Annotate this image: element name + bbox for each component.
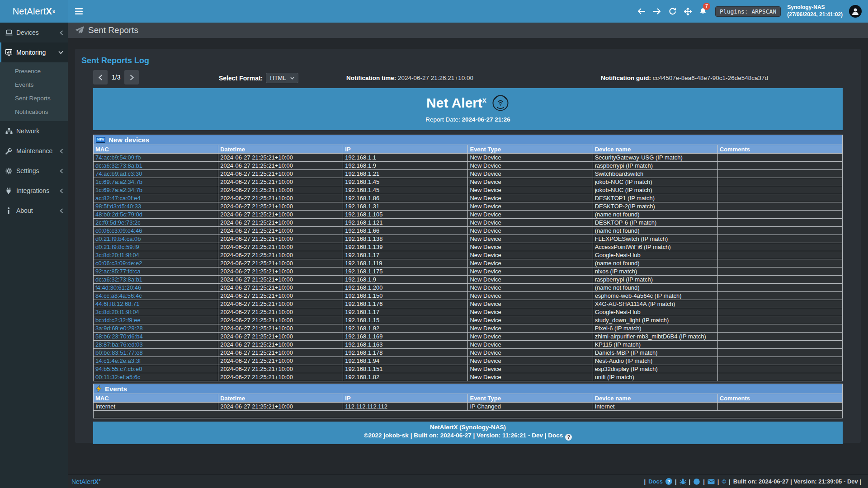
github-icon[interactable] xyxy=(693,478,700,485)
mac-link[interactable]: 28:87:ba:76:ed:03 xyxy=(95,341,143,348)
sidebar-item-about[interactable]: About xyxy=(0,201,68,221)
mac-link[interactable]: 1c:69:7a:a2:34:7b xyxy=(95,178,142,185)
content-area: Sent Reports Log 1/3 Select Format: HTML xyxy=(68,38,868,443)
sidebar-item-monitoring[interactable]: Monitoring xyxy=(0,42,68,62)
sidebar-item-network[interactable]: Network xyxy=(0,121,68,141)
sidebar-item-integrations[interactable]: Integrations xyxy=(0,181,68,201)
cell-comments xyxy=(717,219,842,227)
mac-link[interactable]: d0:21:f9:8c:59:f9 xyxy=(95,244,139,250)
mac-link[interactable]: ac:82:47:ca:0f:e4 xyxy=(95,195,141,202)
empty-row xyxy=(94,411,843,418)
separator: | xyxy=(717,478,719,485)
sidebar-item-notifications[interactable]: Notifications xyxy=(0,105,68,119)
mac-link[interactable]: 74:ac:b9:ad:c3:30 xyxy=(95,170,142,177)
mac-link[interactable]: 3c:8d:20:f1:9f:04 xyxy=(95,309,139,315)
app-logo[interactable]: NetAlertXx xyxy=(0,0,68,23)
column-header: Datetime xyxy=(218,394,343,403)
mac-link[interactable]: 3a:9d:69:e0:29:28 xyxy=(95,325,143,332)
sidebar-item-events[interactable]: Events xyxy=(0,78,68,92)
move-icon[interactable] xyxy=(680,0,695,23)
mac-link[interactable]: 2c:f0:5d:9e:73:2c xyxy=(95,219,141,226)
sidebar-item-sent-reports[interactable]: Sent Reports xyxy=(0,92,68,105)
mac-link[interactable]: bc:dd:c2:32:f9:ee xyxy=(95,317,141,324)
refresh-icon[interactable] xyxy=(665,0,680,23)
help-circle-icon[interactable]: ? xyxy=(665,478,672,485)
cell-comments xyxy=(717,300,842,308)
column-header: MAC xyxy=(94,145,218,154)
cell-device-name: raspberrypi (IP match) xyxy=(593,276,717,284)
user-avatar[interactable] xyxy=(849,5,862,18)
wrench-icon xyxy=(5,148,16,155)
mac-link[interactable]: b0:be:83:51:77:e8 xyxy=(95,349,143,356)
mac-link[interactable]: d0:21:f9:b4:ca:0b xyxy=(95,235,141,242)
cell-ip: 192.168.1.163 xyxy=(343,341,468,349)
mac-link[interactable]: 74:ac:b9:54:09:fb xyxy=(95,154,141,161)
mac-link[interactable]: c0:06:c3:09:e4:46 xyxy=(95,227,142,234)
sidebar-toggle-icon[interactable] xyxy=(68,0,90,23)
new-badge-icon: NEW xyxy=(96,137,105,143)
sidebar-item-maintenance[interactable]: Maintenance xyxy=(0,141,68,161)
copyright-icon[interactable]: © xyxy=(722,478,726,485)
footer-brand-link[interactable]: NetAlertXx xyxy=(71,478,101,485)
cell-mac: c0:06:c3:09:de:e2 xyxy=(94,259,218,267)
mac-link[interactable]: f4:4d:30:61:20:46 xyxy=(95,284,141,291)
cell-mac: 44:6f:f8:12:68:71 xyxy=(94,300,218,308)
cell-comments xyxy=(717,403,842,411)
mac-link[interactable]: 48:b0:2d:5c:79:0d xyxy=(95,211,142,218)
bug-report-icon[interactable] xyxy=(679,478,686,485)
section-title: Events xyxy=(105,385,127,393)
notifications-bell-icon[interactable]: 7 xyxy=(695,0,711,23)
laptop-icon xyxy=(5,29,16,36)
cell-ip: 112.112.112.112 xyxy=(343,403,468,411)
cell-comments xyxy=(717,373,842,381)
mac-link[interactable]: 92:ac:85:77:fd:ca xyxy=(95,268,141,275)
sidebar-item-label: Maintenance xyxy=(16,147,52,155)
cell-comments xyxy=(717,333,842,341)
cell-comments xyxy=(717,349,842,357)
mac-link[interactable]: 84:cc:a8:4a:56:4c xyxy=(95,292,142,299)
cell-event-type: New Device xyxy=(468,202,593,211)
mac-link[interactable]: 00:11:32:ef:a5:6c xyxy=(95,374,141,380)
report-controls: 1/3 Select Format: HTML Notification tim… xyxy=(93,66,843,88)
cell-datetime: 2024-06-27 21:25:21+10:00 xyxy=(218,251,343,259)
monitoring-chart-icon xyxy=(5,49,16,56)
table-row: c0:06:c3:09:de:e22024-06-27 21:25:21+10:… xyxy=(94,259,843,267)
footer-build-info: Built on: 2024-06-27 | Version: 21:39:05… xyxy=(733,478,861,485)
mac-link[interactable]: 3c:8d:20:f1:9f:04 xyxy=(95,252,139,258)
chevron-down-icon xyxy=(290,77,294,80)
table-row: c0:06:c3:09:e4:462024-06-27 21:25:21+10:… xyxy=(94,227,843,235)
mac-link[interactable]: 1c:69:7a:a2:34:7b xyxy=(95,187,142,193)
mac-link[interactable]: 14:c1:4e:2e:a3:3f xyxy=(95,357,141,364)
sidebar-item-presence[interactable]: Presence xyxy=(0,65,68,78)
mac-link[interactable]: 94:b5:55:c7:cb:e0 xyxy=(95,366,142,372)
back-icon[interactable] xyxy=(634,0,649,23)
sidebar-item-label: Devices xyxy=(16,29,39,36)
question-circle-icon[interactable]: ? xyxy=(565,434,572,441)
mac-link[interactable]: dc:a6:32:73:8a:b1 xyxy=(95,276,142,283)
sidebar-item-devices[interactable]: Devices xyxy=(0,23,68,42)
sent-reports-log-link[interactable]: Sent Reports Log xyxy=(81,56,149,66)
email-icon[interactable] xyxy=(708,479,715,484)
prev-page-button[interactable] xyxy=(93,70,108,84)
cell-event-type: New Device xyxy=(468,170,593,178)
table-row: 1c:69:7a:a2:34:7b2024-06-27 21:25:21+10:… xyxy=(94,178,843,186)
mac-link[interactable]: 58:b6:23:70:d6:b4 xyxy=(95,333,143,340)
cell-comments xyxy=(717,324,842,333)
table-row: dc:a6:32:73:8a:b12024-06-27 21:25:21+10:… xyxy=(94,162,843,170)
forward-icon[interactable] xyxy=(649,0,665,23)
mac-link[interactable]: 98:5f:d3:d5:40:33 xyxy=(95,203,141,210)
mac-link[interactable]: dc:a6:32:73:8a:b1 xyxy=(95,162,142,169)
host-time: (27/06/2024, 21:41:02) xyxy=(787,11,843,19)
cell-datetime: 2024-06-27 21:25:21+10:00 xyxy=(218,292,343,300)
format-select[interactable]: HTML xyxy=(266,73,298,83)
cell-device-name: Switchboardswitch xyxy=(593,170,717,178)
mac-link[interactable]: c0:06:c3:09:de:e2 xyxy=(95,260,142,267)
sidebar-item-settings[interactable]: Settings xyxy=(0,161,68,181)
docs-link[interactable]: Docs xyxy=(648,478,663,485)
next-page-button[interactable] xyxy=(124,70,139,84)
cell-datetime: 2024-06-27 21:25:21+10:00 xyxy=(218,349,343,357)
chevron-left-icon xyxy=(60,30,63,35)
page-header: Sent Reports xyxy=(68,23,868,38)
cell-event-type: New Device xyxy=(468,267,593,276)
mac-link[interactable]: 44:6f:f8:12:68:71 xyxy=(95,300,140,307)
